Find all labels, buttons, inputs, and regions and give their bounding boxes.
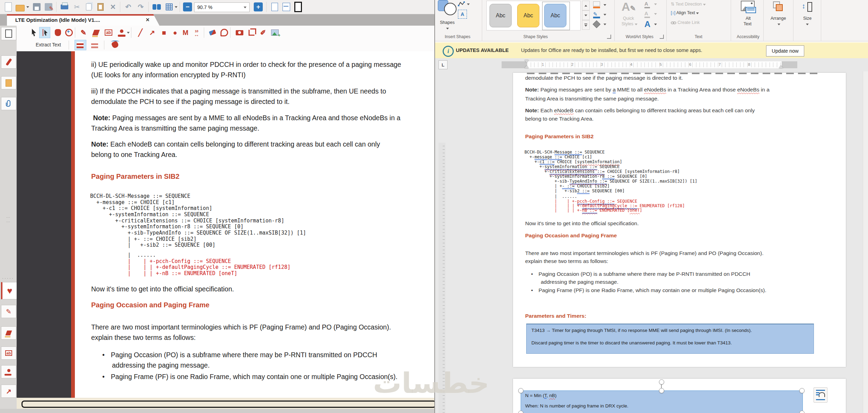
open-folder-icon[interactable] [15,2,25,12]
size-dropdown-icon[interactable] [806,24,809,25]
zoom-dropdown-icon[interactable] [244,7,246,8]
polyline-tool-icon[interactable]: M [180,27,191,38]
measure-tool-icon[interactable]: 10↔ [191,27,202,38]
pdf-horizontal-scrollbar[interactable] [17,398,435,409]
image-tool-icon[interactable]: + [270,27,280,38]
hand-tool-icon[interactable] [53,27,63,38]
alt-text-icon[interactable] [741,1,755,11]
undo-icon[interactable]: ↶ [123,2,133,12]
rotation-handle[interactable] [659,379,664,385]
highlighter-tool-icon[interactable] [91,27,101,38]
zoom-level-input[interactable]: 90.7 % [194,2,250,12]
right-indent-marker[interactable] [779,65,783,68]
shape-handle-top-center[interactable] [659,388,664,393]
sidebar-arrow-tab[interactable]: ↗ [1,385,16,398]
sidebar-marker-tab[interactable] [1,55,16,69]
arrange-dropdown-icon[interactable] [778,24,780,25]
sidebar-drag-dots[interactable]: ⋮⋮ [6,216,11,225]
lasso-tool-icon[interactable] [219,27,229,38]
pan-hand-icon[interactable] [110,40,121,50]
tab-stop-selector[interactable]: L [439,60,448,69]
shape-style-yellow[interactable]: Abc [517,4,539,27]
quick-styles-label-2[interactable]: Styles [622,21,637,26]
first-line-indent-marker[interactable] [524,60,529,63]
gallery-down-icon[interactable] [582,10,590,20]
tab-close-icon[interactable]: ✕ [146,17,150,23]
pencil-tool-icon[interactable]: ✎ [78,27,89,38]
t3413-info-box[interactable]: T3413 → Timer for paging through TMSI, i… [526,324,814,354]
extract-table-tool-icon[interactable] [75,40,86,50]
full-page-icon[interactable] [293,2,303,12]
shape-effects-icon[interactable] [593,20,601,28]
sidebar-thumbnails-tab[interactable] [1,76,16,89]
shape-outline-icon[interactable]: ✎ [593,11,600,18]
shape-handle-right[interactable] [799,411,805,413]
shapes-dropdown-icon[interactable] [446,28,449,29]
ellipse-tool-icon[interactable]: ● [170,27,180,38]
page-layout-icon[interactable] [270,2,279,12]
freeform-dropdown-icon[interactable] [467,3,470,5]
line-tool-icon[interactable]: ╱ [135,27,146,38]
quick-styles-label-1[interactable]: Quick [623,16,634,21]
word-vertical-scrollbar[interactable] [863,71,868,413]
stamp-dropdown-icon[interactable] [126,27,130,38]
text-select-tool-icon[interactable] [40,27,50,38]
copy-icon[interactable] [84,2,94,12]
arrange-label[interactable]: Arrange [771,16,786,21]
shape-fill-icon[interactable] [593,1,600,8]
crop-tool-icon[interactable] [246,27,257,38]
size-icon[interactable]: ↕ [802,1,812,12]
pdf-hscroll-thumb[interactable] [21,401,436,408]
paste-icon[interactable] [96,2,105,12]
text-outline-icon[interactable]: A [644,10,650,18]
align-text-button[interactable]: [↕] Align Text [671,10,699,15]
new-document-icon[interactable] [3,2,13,12]
shape-handle-top-right[interactable] [799,388,805,393]
selected-text-shape[interactable]: N = Min (T, nB) When: N is number of pag… [521,390,803,413]
extract-grid-tool-icon[interactable] [89,40,101,50]
save-as-icon[interactable]: ✎ [44,2,53,12]
text-outline-dropdown-icon[interactable] [654,13,657,15]
text-effects-icon[interactable]: A [644,19,650,29]
quick-styles-icon[interactable]: A✎ [622,0,636,14]
print-icon[interactable] [60,2,69,12]
create-link-button[interactable]: Create Link [671,20,700,25]
document-tab[interactable]: LTE Optimization (Idle Mode) V1.... ✕ [7,14,159,26]
text-fill-dropdown-icon[interactable] [654,3,657,5]
stamp-tool-icon[interactable] [116,27,127,38]
freeform-shape-icon[interactable] [458,1,465,8]
cut-icon[interactable]: ✂ [72,2,82,12]
text-box-icon[interactable]: A [458,10,467,19]
rectangle-tool-icon[interactable]: ■ [159,27,169,38]
sidebar-textbox-tab[interactable]: ab [1,346,16,360]
horizontal-ruler[interactable]: 1 2 3 4 5 6 7 8 [502,61,797,68]
extract-text-label[interactable]: Extract Text [36,42,61,47]
shape-effects-dropdown-icon[interactable] [604,24,606,25]
textbox-tool-icon[interactable]: ab [103,27,114,38]
shape-ellipse-icon[interactable] [444,3,457,15]
text-direction-button[interactable]: ⇅ Text Direction [671,1,706,7]
pen-ruler-tool-icon[interactable]: ✐ [258,27,268,38]
alt-text-label-1[interactable]: Alt [746,16,751,21]
wordart-dialog-launcher[interactable] [660,35,664,39]
zoom-out-button[interactable]: − [183,2,192,11]
redo-icon[interactable]: ↷ [136,2,146,12]
sidebar-stamp-tab[interactable] [1,365,16,378]
alt-text-label-2[interactable]: Text [744,21,752,26]
text-fill-icon[interactable]: A [644,1,650,8]
shape-outline-dropdown-icon[interactable] [604,14,606,16]
shape-style-blue-selected[interactable]: Abc [544,4,566,27]
layout-options-button[interactable] [814,387,827,403]
arrange-icon[interactable] [773,1,783,12]
update-now-button[interactable]: Update now [766,45,804,56]
fit-width-icon[interactable] [281,2,291,12]
find-binoculars-icon[interactable] [152,2,162,12]
sidebar-favorites-heart-tab[interactable]: ♥ [1,282,17,299]
size-label[interactable]: Size [803,16,811,21]
select-tool-icon[interactable] [29,27,40,38]
hanging-indent-marker[interactable] [524,65,529,68]
shape-style-gray[interactable]: Abc [489,4,512,27]
zoom-tool-icon[interactable]: + [64,27,74,38]
eraser-tool-icon[interactable] [207,27,218,38]
shapes-button-label[interactable]: Shapes [440,20,454,25]
